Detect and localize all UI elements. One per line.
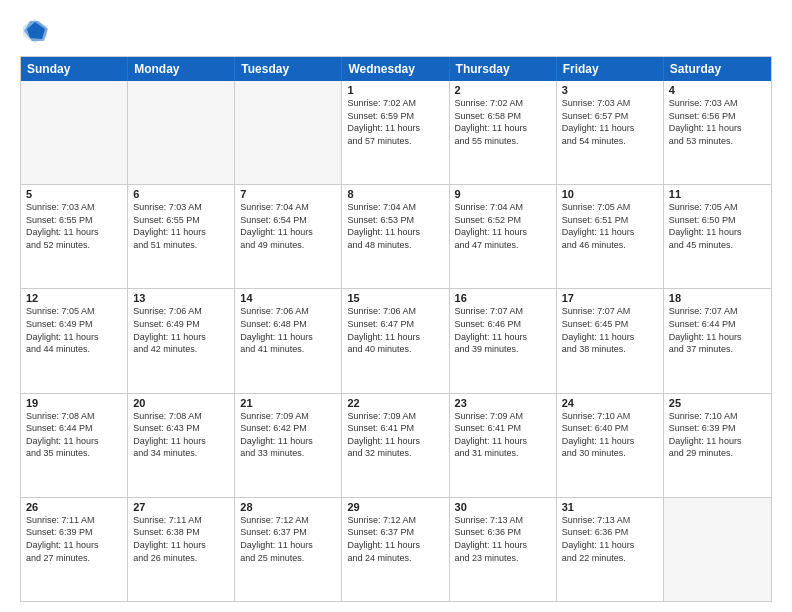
weekday-header: Monday	[128, 57, 235, 81]
cell-info: Sunrise: 7:02 AM Sunset: 6:58 PM Dayligh…	[455, 97, 551, 147]
day-number: 24	[562, 397, 658, 409]
calendar-cell: 22Sunrise: 7:09 AM Sunset: 6:41 PM Dayli…	[342, 394, 449, 497]
calendar-row: 19Sunrise: 7:08 AM Sunset: 6:44 PM Dayli…	[21, 394, 771, 498]
calendar-cell: 24Sunrise: 7:10 AM Sunset: 6:40 PM Dayli…	[557, 394, 664, 497]
calendar-cell: 27Sunrise: 7:11 AM Sunset: 6:38 PM Dayli…	[128, 498, 235, 601]
calendar-cell: 20Sunrise: 7:08 AM Sunset: 6:43 PM Dayli…	[128, 394, 235, 497]
cell-info: Sunrise: 7:07 AM Sunset: 6:46 PM Dayligh…	[455, 305, 551, 355]
cell-info: Sunrise: 7:06 AM Sunset: 6:48 PM Dayligh…	[240, 305, 336, 355]
cell-info: Sunrise: 7:09 AM Sunset: 6:41 PM Dayligh…	[455, 410, 551, 460]
calendar-cell	[128, 81, 235, 184]
day-number: 6	[133, 188, 229, 200]
calendar-cell	[235, 81, 342, 184]
day-number: 20	[133, 397, 229, 409]
calendar-body: 1Sunrise: 7:02 AM Sunset: 6:59 PM Daylig…	[21, 81, 771, 601]
day-number: 14	[240, 292, 336, 304]
cell-info: Sunrise: 7:07 AM Sunset: 6:45 PM Dayligh…	[562, 305, 658, 355]
cell-info: Sunrise: 7:03 AM Sunset: 6:57 PM Dayligh…	[562, 97, 658, 147]
logo-icon	[20, 16, 50, 46]
day-number: 11	[669, 188, 766, 200]
day-number: 10	[562, 188, 658, 200]
calendar-cell: 30Sunrise: 7:13 AM Sunset: 6:36 PM Dayli…	[450, 498, 557, 601]
day-number: 15	[347, 292, 443, 304]
calendar-cell: 21Sunrise: 7:09 AM Sunset: 6:42 PM Dayli…	[235, 394, 342, 497]
cell-info: Sunrise: 7:08 AM Sunset: 6:44 PM Dayligh…	[26, 410, 122, 460]
day-number: 4	[669, 84, 766, 96]
cell-info: Sunrise: 7:10 AM Sunset: 6:39 PM Dayligh…	[669, 410, 766, 460]
cell-info: Sunrise: 7:09 AM Sunset: 6:42 PM Dayligh…	[240, 410, 336, 460]
cell-info: Sunrise: 7:12 AM Sunset: 6:37 PM Dayligh…	[347, 514, 443, 564]
calendar-cell: 26Sunrise: 7:11 AM Sunset: 6:39 PM Dayli…	[21, 498, 128, 601]
calendar-cell: 3Sunrise: 7:03 AM Sunset: 6:57 PM Daylig…	[557, 81, 664, 184]
day-number: 2	[455, 84, 551, 96]
calendar-row: 1Sunrise: 7:02 AM Sunset: 6:59 PM Daylig…	[21, 81, 771, 185]
cell-info: Sunrise: 7:12 AM Sunset: 6:37 PM Dayligh…	[240, 514, 336, 564]
cell-info: Sunrise: 7:08 AM Sunset: 6:43 PM Dayligh…	[133, 410, 229, 460]
calendar-cell: 31Sunrise: 7:13 AM Sunset: 6:36 PM Dayli…	[557, 498, 664, 601]
calendar-row: 12Sunrise: 7:05 AM Sunset: 6:49 PM Dayli…	[21, 289, 771, 393]
calendar-cell: 16Sunrise: 7:07 AM Sunset: 6:46 PM Dayli…	[450, 289, 557, 392]
day-number: 17	[562, 292, 658, 304]
day-number: 26	[26, 501, 122, 513]
calendar-cell: 23Sunrise: 7:09 AM Sunset: 6:41 PM Dayli…	[450, 394, 557, 497]
cell-info: Sunrise: 7:07 AM Sunset: 6:44 PM Dayligh…	[669, 305, 766, 355]
calendar-cell: 2Sunrise: 7:02 AM Sunset: 6:58 PM Daylig…	[450, 81, 557, 184]
day-number: 5	[26, 188, 122, 200]
day-number: 9	[455, 188, 551, 200]
day-number: 22	[347, 397, 443, 409]
cell-info: Sunrise: 7:03 AM Sunset: 6:55 PM Dayligh…	[26, 201, 122, 251]
day-number: 29	[347, 501, 443, 513]
weekday-header: Sunday	[21, 57, 128, 81]
day-number: 30	[455, 501, 551, 513]
day-number: 18	[669, 292, 766, 304]
day-number: 16	[455, 292, 551, 304]
calendar-cell: 4Sunrise: 7:03 AM Sunset: 6:56 PM Daylig…	[664, 81, 771, 184]
calendar-cell: 15Sunrise: 7:06 AM Sunset: 6:47 PM Dayli…	[342, 289, 449, 392]
day-number: 19	[26, 397, 122, 409]
calendar-cell: 5Sunrise: 7:03 AM Sunset: 6:55 PM Daylig…	[21, 185, 128, 288]
cell-info: Sunrise: 7:13 AM Sunset: 6:36 PM Dayligh…	[562, 514, 658, 564]
cell-info: Sunrise: 7:06 AM Sunset: 6:49 PM Dayligh…	[133, 305, 229, 355]
weekday-header: Friday	[557, 57, 664, 81]
cell-info: Sunrise: 7:04 AM Sunset: 6:53 PM Dayligh…	[347, 201, 443, 251]
day-number: 12	[26, 292, 122, 304]
day-number: 7	[240, 188, 336, 200]
calendar-cell	[664, 498, 771, 601]
calendar-cell: 11Sunrise: 7:05 AM Sunset: 6:50 PM Dayli…	[664, 185, 771, 288]
calendar-cell: 10Sunrise: 7:05 AM Sunset: 6:51 PM Dayli…	[557, 185, 664, 288]
cell-info: Sunrise: 7:05 AM Sunset: 6:49 PM Dayligh…	[26, 305, 122, 355]
page: SundayMondayTuesdayWednesdayThursdayFrid…	[0, 0, 792, 612]
day-number: 25	[669, 397, 766, 409]
calendar: SundayMondayTuesdayWednesdayThursdayFrid…	[20, 56, 772, 602]
cell-info: Sunrise: 7:06 AM Sunset: 6:47 PM Dayligh…	[347, 305, 443, 355]
calendar-cell: 17Sunrise: 7:07 AM Sunset: 6:45 PM Dayli…	[557, 289, 664, 392]
cell-info: Sunrise: 7:03 AM Sunset: 6:56 PM Dayligh…	[669, 97, 766, 147]
calendar-cell	[21, 81, 128, 184]
calendar-cell: 7Sunrise: 7:04 AM Sunset: 6:54 PM Daylig…	[235, 185, 342, 288]
calendar-cell: 13Sunrise: 7:06 AM Sunset: 6:49 PM Dayli…	[128, 289, 235, 392]
calendar-cell: 19Sunrise: 7:08 AM Sunset: 6:44 PM Dayli…	[21, 394, 128, 497]
calendar-cell: 25Sunrise: 7:10 AM Sunset: 6:39 PM Dayli…	[664, 394, 771, 497]
cell-info: Sunrise: 7:04 AM Sunset: 6:54 PM Dayligh…	[240, 201, 336, 251]
calendar-cell: 1Sunrise: 7:02 AM Sunset: 6:59 PM Daylig…	[342, 81, 449, 184]
logo	[20, 16, 54, 46]
calendar-row: 5Sunrise: 7:03 AM Sunset: 6:55 PM Daylig…	[21, 185, 771, 289]
calendar-row: 26Sunrise: 7:11 AM Sunset: 6:39 PM Dayli…	[21, 498, 771, 601]
weekday-header: Wednesday	[342, 57, 449, 81]
cell-info: Sunrise: 7:13 AM Sunset: 6:36 PM Dayligh…	[455, 514, 551, 564]
day-number: 28	[240, 501, 336, 513]
calendar-cell: 29Sunrise: 7:12 AM Sunset: 6:37 PM Dayli…	[342, 498, 449, 601]
calendar-cell: 14Sunrise: 7:06 AM Sunset: 6:48 PM Dayli…	[235, 289, 342, 392]
weekday-header: Thursday	[450, 57, 557, 81]
calendar-cell: 28Sunrise: 7:12 AM Sunset: 6:37 PM Dayli…	[235, 498, 342, 601]
day-number: 27	[133, 501, 229, 513]
cell-info: Sunrise: 7:11 AM Sunset: 6:38 PM Dayligh…	[133, 514, 229, 564]
header	[20, 16, 772, 46]
weekday-header: Saturday	[664, 57, 771, 81]
cell-info: Sunrise: 7:04 AM Sunset: 6:52 PM Dayligh…	[455, 201, 551, 251]
day-number: 13	[133, 292, 229, 304]
calendar-cell: 6Sunrise: 7:03 AM Sunset: 6:55 PM Daylig…	[128, 185, 235, 288]
cell-info: Sunrise: 7:11 AM Sunset: 6:39 PM Dayligh…	[26, 514, 122, 564]
day-number: 21	[240, 397, 336, 409]
calendar-cell: 18Sunrise: 7:07 AM Sunset: 6:44 PM Dayli…	[664, 289, 771, 392]
